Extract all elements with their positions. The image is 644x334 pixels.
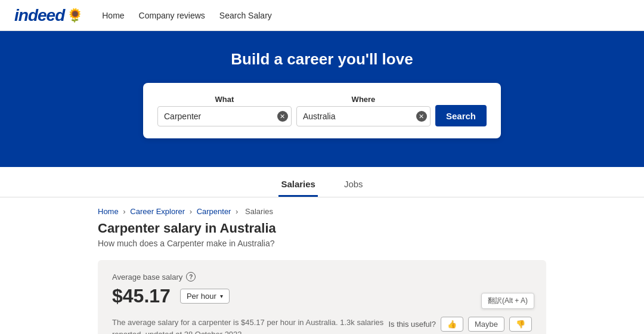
hero-section: Build a career you'll love What ✕ Where …	[0, 31, 644, 167]
breadcrumb-sep-2: ›	[190, 207, 192, 216]
nav-company-reviews[interactable]: Company reviews	[139, 11, 205, 20]
search-container: What ✕ Where ✕ Search	[143, 83, 501, 138]
per-period-label: Per hour	[187, 292, 216, 301]
search-button[interactable]: Search	[435, 105, 487, 126]
feedback-buttons: Is this useful? 👍 Maybe 👎	[388, 317, 532, 332]
per-hour-dropdown[interactable]: Per hour ▾	[180, 289, 230, 304]
clear-icon-where: ✕	[419, 113, 424, 120]
salary-amount: $45.17	[112, 285, 171, 307]
what-field: What ✕	[157, 95, 292, 126]
feedback-label: Is this useful?	[388, 320, 436, 329]
what-input-wrap: ✕	[157, 106, 292, 126]
chevron-down-icon: ▾	[220, 293, 223, 299]
thumbs-up-icon: 👍	[447, 320, 457, 329]
maybe-button[interactable]: Maybe	[468, 317, 504, 332]
what-label: What	[157, 95, 292, 104]
nav-search-salary[interactable]: Search Salary	[219, 11, 272, 20]
breadcrumb-sep-3: ›	[236, 207, 238, 216]
salary-row: $45.17 Per hour ▾	[112, 285, 532, 307]
breadcrumb-career-explorer[interactable]: Career Explorer	[130, 207, 185, 216]
translate-tooltip-text: 翻訳(Alt + A)	[488, 296, 528, 305]
where-label: Where	[296, 95, 431, 104]
main-content: Carpenter salary in Australia How much d…	[83, 221, 561, 334]
logo-text: indeed	[14, 6, 64, 25]
where-clear-button[interactable]: ✕	[416, 111, 427, 122]
breadcrumb-home[interactable]: Home	[98, 207, 119, 216]
clear-icon: ✕	[280, 113, 285, 120]
what-input[interactable]	[157, 106, 292, 126]
navbar: indeed 🌻 Home Company reviews Search Sal…	[0, 0, 644, 31]
thumbs-down-button[interactable]: 👎	[509, 317, 532, 332]
tab-jobs[interactable]: Jobs	[342, 174, 366, 197]
where-input-wrap: ✕	[296, 106, 431, 126]
salary-card: Average base salary ? $45.17 Per hour ▾ …	[98, 260, 546, 334]
thumbs-up-button[interactable]: 👍	[441, 317, 463, 332]
breadcrumb-carpenter[interactable]: Carpenter	[197, 207, 231, 216]
page-subtitle: How much does a Carpenter make in Austra…	[98, 239, 546, 248]
what-clear-button[interactable]: ✕	[277, 111, 288, 122]
page-title: Carpenter salary in Australia	[98, 221, 546, 236]
breadcrumb-current: Salaries	[245, 207, 273, 216]
feedback-row: The average salary for a carpenter is $4…	[112, 317, 532, 334]
where-input[interactable]	[296, 106, 431, 126]
hero-title: Build a career you'll love	[14, 50, 630, 69]
tabs-bar: Salaries Jobs	[0, 167, 644, 197]
breadcrumb-sep-1: ›	[123, 207, 125, 216]
breadcrumb: Home › Career Explorer › Carpenter › Sal…	[83, 197, 561, 221]
nav-home[interactable]: Home	[102, 11, 124, 20]
search-row: What ✕ Where ✕ Search	[157, 95, 487, 126]
nav-links: Home Company reviews Search Salary	[102, 11, 272, 20]
info-icon[interactable]: ?	[186, 272, 196, 282]
thumbs-down-icon: 👎	[516, 320, 525, 329]
tab-salaries[interactable]: Salaries	[278, 174, 318, 197]
logo-icon: 🌻	[67, 8, 83, 23]
avg-label-text: Average base salary	[112, 273, 182, 282]
avg-label-row: Average base salary ?	[112, 272, 532, 282]
translate-tooltip: 翻訳(Alt + A)	[481, 293, 534, 309]
logo: indeed 🌻	[14, 6, 83, 25]
where-field: Where ✕	[296, 95, 431, 126]
salary-note: The average salary for a carpenter is $4…	[112, 317, 388, 334]
